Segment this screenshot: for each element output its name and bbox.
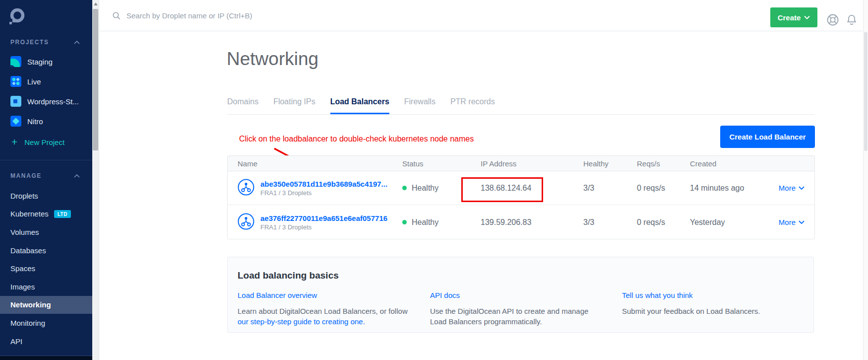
- window-scrollbar[interactable]: [863, 0, 868, 360]
- notifications-bell-icon[interactable]: [845, 13, 858, 28]
- projects-list: Staging Live Wordpress-St... Nitro: [0, 52, 92, 131]
- nitro-project-icon: [10, 116, 21, 127]
- project-label: Wordpress-St...: [27, 97, 79, 106]
- tab-bar: Domains Floating IPs Load Balancers Fire…: [227, 97, 815, 115]
- sidebar-manage-item[interactable]: Volumes: [0, 223, 92, 241]
- sidebar-scrollbar-thumb[interactable]: [93, 9, 98, 150]
- manage-item-label: Kubernetes: [10, 210, 49, 218]
- column-header-reqs: Reqs/s: [637, 159, 690, 168]
- basics-column: Tell us what you think Submit your feedb…: [622, 291, 793, 316]
- sidebar-project-item[interactable]: Wordpress-St...: [0, 91, 92, 111]
- search-input[interactable]: [126, 11, 384, 20]
- ip-address: 139.59.206.83: [481, 218, 583, 227]
- create-button[interactable]: Create: [770, 7, 817, 27]
- topbar: Create: [100, 0, 868, 31]
- project-label: Nitro: [27, 117, 43, 126]
- sidebar-project-item[interactable]: Staging: [0, 52, 92, 72]
- basics-body-text: Learn about DigitalOcean Load Balancers,…: [238, 307, 408, 315]
- manage-header: MANAGE: [10, 172, 42, 179]
- created-time: Yesterday: [690, 218, 725, 227]
- basics-body-text: Use the DigitalOcean API to create and m…: [430, 307, 588, 326]
- page-title: Networking: [227, 49, 318, 70]
- more-button[interactable]: More: [779, 184, 805, 192]
- digitalocean-logo-icon[interactable]: [9, 8, 26, 27]
- sidebar-manage-item[interactable]: Images: [0, 278, 92, 296]
- staging-project-icon: [10, 56, 21, 67]
- create-button-label: Create: [778, 13, 801, 22]
- basics-link[interactable]: API docs: [430, 291, 460, 299]
- sidebar: PROJECTS Staging Live Wordpress-St... Ni…: [0, 0, 92, 360]
- load-balancer-name-link[interactable]: abe350e05781d11e9b3689a5c4197...: [260, 180, 387, 188]
- column-header-healthy: Healthy: [583, 159, 637, 168]
- healthy-count: 3/3: [583, 218, 637, 227]
- create-load-balancer-button[interactable]: Create Load Balancer: [720, 126, 815, 148]
- help-lifebuoy-icon[interactable]: [825, 12, 840, 29]
- sidebar-manage-item[interactable]: API: [0, 332, 92, 351]
- new-project-label: New Project: [24, 138, 64, 146]
- requests-per-second: 0 reqs/s: [637, 218, 690, 227]
- chevron-up-icon[interactable]: [74, 174, 80, 178]
- table-row[interactable]: abe350e05781d11e9b3689a5c4197... FRA1 / …: [228, 171, 814, 205]
- status-label: Healthy: [412, 184, 438, 193]
- annotation-text: Click on the loadbalancer to double-chec…: [239, 135, 474, 144]
- column-header-name: Name: [238, 159, 402, 168]
- health-status-dot: [402, 186, 407, 190]
- sidebar-manage-item[interactable]: Databases: [0, 241, 92, 260]
- search-icon: [112, 11, 121, 20]
- sidebar-manage-item[interactable]: Spaces: [0, 259, 92, 278]
- load-balancer-name-link[interactable]: ae376ff22770011e9a651e6eaf057716: [260, 214, 387, 222]
- sidebar-bottom-strip: [0, 356, 92, 360]
- table-body: abe350e05781d11e9b3689a5c4197... FRA1 / …: [228, 171, 814, 239]
- ip-address: 138.68.124.64: [481, 184, 583, 193]
- tab[interactable]: Floating IPs: [273, 97, 315, 114]
- manage-item-label: Databases: [10, 246, 46, 255]
- chevron-down-icon: [799, 220, 805, 224]
- tab[interactable]: Firewalls: [404, 97, 435, 114]
- project-label: Staging: [27, 58, 53, 66]
- projects-header: PROJECTS: [10, 39, 49, 46]
- sidebar-manage-item[interactable]: Networking: [0, 296, 92, 314]
- sidebar-project-item[interactable]: Live: [0, 72, 92, 91]
- basics-link[interactable]: Tell us what you think: [622, 291, 693, 299]
- tab[interactable]: Load Balancers: [330, 97, 389, 114]
- chevron-down-icon: [799, 186, 805, 190]
- window-scrollbar-thumb[interactable]: [864, 32, 868, 151]
- created-time: 14 minutes ago: [690, 184, 744, 193]
- column-header-status: Status: [402, 159, 481, 168]
- sidebar-project-item[interactable]: Nitro: [0, 111, 92, 131]
- manage-item-label: Spaces: [10, 264, 35, 273]
- load-balancer-icon: [238, 179, 254, 198]
- chevron-up-icon[interactable]: [74, 41, 80, 44]
- manage-item-label: Monitoring: [10, 319, 45, 327]
- load-balancer-meta: FRA1 / 3 Droplets: [260, 189, 387, 197]
- column-header-created: Created: [690, 159, 814, 168]
- health-status-dot: [402, 220, 407, 224]
- basics-body-link[interactable]: our step-by-step guide to creating one.: [238, 317, 365, 326]
- sidebar-manage-item[interactable]: Monitoring: [0, 314, 92, 332]
- basics-column: Load Balancer overview Learn about Digit…: [238, 291, 421, 327]
- chevron-down-icon: [804, 15, 810, 19]
- sidebar-manage-item[interactable]: Droplets: [0, 187, 92, 205]
- sidebar-scrollbar[interactable]: [92, 0, 99, 360]
- sidebar-divider: [0, 160, 92, 160]
- more-button[interactable]: More: [779, 218, 805, 226]
- tab[interactable]: PTR records: [450, 97, 495, 114]
- manage-item-label: Images: [10, 283, 35, 291]
- status-label: Healthy: [412, 218, 438, 227]
- plus-icon: +: [11, 137, 17, 147]
- tab[interactable]: Domains: [227, 97, 258, 114]
- sidebar-manage-item[interactable]: Kubernetes LTD: [0, 205, 92, 223]
- project-label: Live: [27, 77, 41, 86]
- column-header-ip: IP Address: [481, 159, 583, 168]
- basics-link[interactable]: Load Balancer overview: [238, 291, 317, 299]
- load-balancer-icon: [238, 213, 254, 232]
- table-row[interactable]: ae376ff22770011e9a651e6eaf057716 FRA1 / …: [228, 205, 814, 239]
- wordpress-project-icon: [10, 96, 21, 107]
- scrollbar-up-arrow-icon[interactable]: [94, 2, 98, 5]
- load-balancers-table: Name Status IP Address Healthy Reqs/s Cr…: [227, 155, 815, 239]
- load-balancer-meta: FRA1 / 3 Droplets: [260, 223, 387, 231]
- new-project-button[interactable]: + New Project: [10, 134, 64, 150]
- manage-list: Droplets Kubernetes LTD Volumes Database…: [0, 187, 92, 350]
- basics-body-text: Submit your feedback on Load Balancers.: [622, 307, 760, 315]
- ltd-badge: LTD: [54, 210, 71, 218]
